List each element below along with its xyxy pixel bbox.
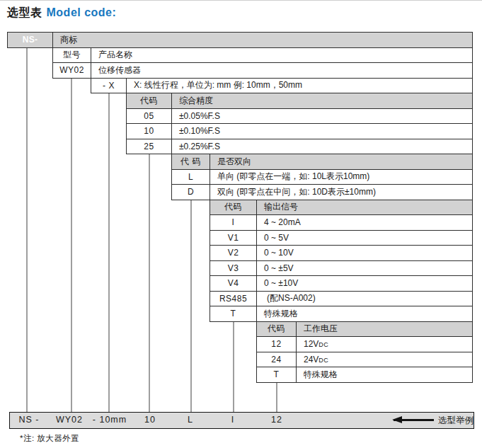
- output-desc-cell: 0 ~ ±5V: [257, 261, 472, 276]
- accuracy-code-cell: 25: [127, 139, 172, 154]
- output-desc-cell: 0 ~ ±10V: [257, 276, 472, 291]
- voltage-value: 24V: [304, 355, 319, 364]
- accuracy-header-code-cell: 代码: [127, 93, 172, 108]
- voltage-desc-cell: 特殊规格: [297, 367, 472, 382]
- voltage-code-cell: 24: [257, 352, 297, 367]
- connector-line-model: [71, 78, 72, 413]
- output-code-cell: T: [210, 306, 257, 321]
- direction-header-code-cell: 代 码: [172, 154, 210, 169]
- accuracy-desc-cell: ±0.25%F.S: [172, 139, 472, 154]
- direction-code-cell: D: [172, 185, 210, 200]
- connector-line-voltage: [276, 382, 277, 413]
- table-header-row: 代码 综合精度: [127, 93, 472, 108]
- accuracy-desc-cell: ±0.10%F.S: [172, 124, 472, 139]
- example-item-brand: NS -: [19, 415, 40, 425]
- accuracy-header-desc-cell: 综合精度: [172, 93, 472, 108]
- table-row: NS- 商标: [8, 33, 472, 47]
- table-row: T 特殊规格: [257, 367, 472, 382]
- table-row: V4 0 ~ ±10V: [210, 275, 472, 291]
- table-header-row: 代码 输出信号: [210, 200, 472, 215]
- table-row: T 特殊规格: [210, 306, 472, 321]
- voltage-desc-cell: 24VDC: [297, 352, 472, 367]
- table-row: I 4 ~ 20mA: [210, 214, 472, 230]
- direction-desc-cell: 双向 (即零点在中间，如: 10D表示±10mm): [210, 185, 472, 200]
- table-block-direction: 代 码 是否双向 L 单向 (即零点在一端，如: 10L表示10mm) D 双向…: [171, 154, 473, 200]
- direction-code-cell: L: [172, 170, 210, 185]
- page-edge-line: [0, 0, 482, 1]
- table-row: 24 24VDC: [257, 352, 472, 367]
- table-block-stroke: - X X: 线性行程，单位为: mm 例: 10mm，50mm: [91, 78, 473, 94]
- table-row: - X X: 线性行程，单位为: mm 例: 10mm，50mm: [91, 79, 472, 93]
- table-row: WY02 位移传感器: [53, 62, 472, 78]
- output-desc-cell: 特殊规格: [257, 306, 472, 321]
- example-item-direction: L: [188, 415, 193, 425]
- brand-code-cell: NS-: [8, 33, 53, 47]
- page-title-en: Model code:: [47, 6, 117, 18]
- connector-line-accuracy: [149, 154, 150, 412]
- example-arrow-label: 选型举例: [438, 415, 474, 427]
- table-row: V3 0 ~ ±5V: [210, 260, 472, 276]
- table-row: L 单向 (即零点在一端，如: 10L表示10mm): [172, 169, 472, 185]
- page-title-zh: 选型表: [7, 6, 42, 18]
- example-item-model: WY02: [56, 415, 83, 425]
- table-row: 12 12VDC: [257, 336, 472, 352]
- table-row: 25 ±0.25%F.S: [127, 139, 472, 154]
- table-row: V2 0 ~ 10V: [210, 245, 472, 260]
- table-row: 05 ±0.05%F.S: [127, 108, 472, 124]
- accuracy-desc-cell: ±0.05%F.S: [172, 109, 472, 124]
- voltage-header-code-cell: 代码: [257, 322, 297, 337]
- output-code-cell: V1: [210, 231, 257, 246]
- brand-desc-cell: 商标: [53, 33, 472, 47]
- output-desc-cell: 0 ~ 5V: [257, 231, 472, 246]
- output-desc-cell: 0 ~ 10V: [257, 246, 472, 260]
- voltage-code-cell: T: [257, 367, 297, 382]
- output-code-cell: V2: [210, 246, 257, 260]
- example-item-output: I: [231, 415, 234, 425]
- model-desc-cell: 位移传感器: [91, 63, 472, 78]
- accuracy-code-cell: 10: [127, 124, 172, 139]
- example-item-accuracy: 10: [144, 415, 156, 425]
- output-header-code-cell: 代码: [210, 200, 257, 215]
- output-header-desc-cell: 输出信号: [257, 200, 472, 215]
- connector-line-brand: [26, 47, 28, 413]
- output-desc-cell: (配NS-A002): [257, 292, 472, 306]
- example-order-row: NS - WY02 - 10mm 10 L I 12 选型举例: [9, 412, 474, 429]
- table-block-brand: NS- 商标: [7, 32, 473, 48]
- example-item-stroke: - 10mm: [93, 415, 127, 425]
- table-block-model: 型号 产品名称 WY02 位移传感器: [52, 47, 473, 79]
- output-code-cell: V3: [210, 261, 257, 276]
- voltage-value: 12V: [304, 339, 319, 349]
- output-desc-cell: 4 ~ 20mA: [257, 215, 472, 230]
- left-arrow-head-icon: [392, 416, 402, 423]
- table-row: D 双向 (即零点在中间，如: 10D表示±10mm): [172, 184, 472, 200]
- table-block-accuracy: 代码 综合精度 05 ±0.05%F.S 10 ±0.10%F.S 25 ±0.…: [126, 93, 473, 154]
- page-title: 选型表Model code:: [7, 6, 116, 21]
- voltage-unit-sub: DC: [319, 340, 328, 348]
- voltage-desc-cell: 12VDC: [297, 337, 472, 352]
- model-header-code-cell: 型号: [53, 48, 91, 63]
- connector-line-stroke: [108, 93, 110, 412]
- direction-header-desc-cell: 是否双向: [210, 154, 472, 169]
- table-row: RS485 (配NS-A002): [210, 291, 472, 306]
- table-row: 型号 产品名称: [53, 48, 472, 63]
- table-header-row: 代码 工作电压: [257, 322, 472, 337]
- model-header-desc-cell: 产品名称: [91, 48, 472, 63]
- direction-desc-cell: 单向 (即零点在一端，如: 10L表示10mm): [210, 170, 472, 185]
- stroke-desc-cell: X: 线性行程，单位为: mm 例: 10mm，50mm: [127, 79, 472, 93]
- table-block-output-signal: 代码 输出信号 I 4 ~ 20mA V1 0 ~ 5V V2 0 ~ 10V …: [210, 200, 473, 322]
- voltage-unit-sub: DC: [319, 355, 328, 364]
- table-row: 10 ±0.10%F.S: [127, 123, 472, 139]
- output-code-cell: RS485: [210, 292, 257, 306]
- footnote: *注: 放大器外置: [20, 433, 79, 444]
- output-code-cell: I: [210, 215, 257, 230]
- table-header-row: 代 码 是否双向: [172, 154, 472, 169]
- model-code-cell: WY02: [53, 63, 91, 78]
- voltage-code-cell: 12: [257, 337, 297, 352]
- table-block-supply-voltage: 代码 工作电压 12 12VDC 24 24VDC T 特殊规格: [256, 321, 473, 383]
- connector-line-output: [233, 321, 234, 413]
- output-code-cell: V4: [210, 276, 257, 291]
- connector-line-direction: [190, 200, 192, 413]
- table-row: V1 0 ~ 5V: [210, 230, 472, 246]
- accuracy-code-cell: 05: [127, 109, 172, 124]
- voltage-header-desc-cell: 工作电压: [297, 322, 472, 337]
